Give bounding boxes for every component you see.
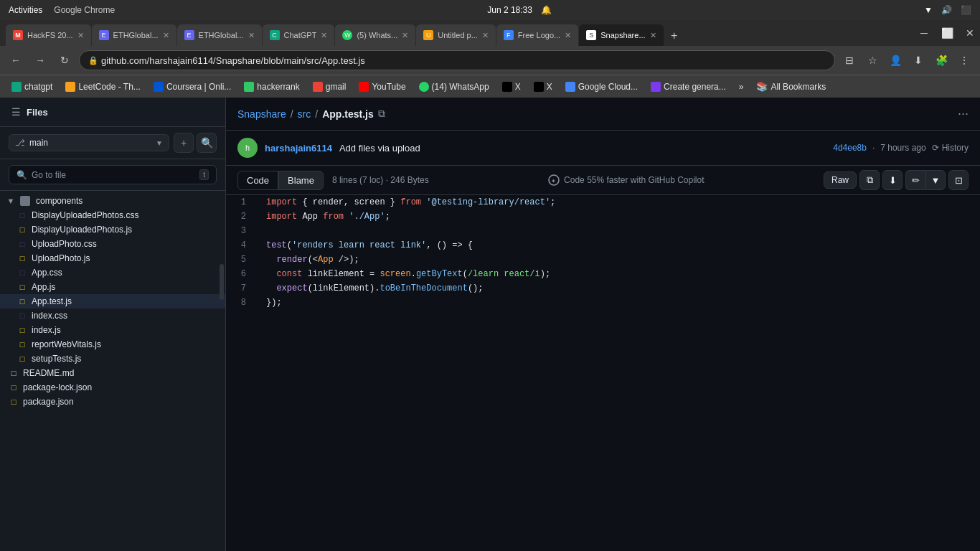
bookmark-leetcode[interactable]: LeetCode - Th... <box>60 78 146 95</box>
bookmark-gcloud[interactable]: Google Cloud... <box>560 78 644 95</box>
breadcrumb-repo[interactable]: Snapshare <box>237 108 286 120</box>
bookmark-chatgpt[interactable]: chatgpt <box>6 78 58 95</box>
tab-snapshare[interactable]: S Snapshare... ✕ <box>579 24 663 46</box>
line-content: const linkElement = screen.getByText(/le… <box>255 267 980 281</box>
file-app-js[interactable]: □ App.js <box>0 280 225 294</box>
activities-label[interactable]: Activities <box>9 5 42 15</box>
tab-chatgpt[interactable]: C ChatGPT ✕ <box>263 24 335 46</box>
main-content: ☰ Files ⎇ main ▼ + 🔍 🔍 Go to file t <box>0 98 980 551</box>
bookmark-youtube-label: YouTube <box>372 82 405 92</box>
tab-untitled[interactable]: U Untitled p... ✕ <box>416 24 496 46</box>
reload-button[interactable]: ↻ <box>55 50 75 70</box>
tab-whatsapp-close[interactable]: ✕ <box>402 31 408 40</box>
file-reportwebvitals-js[interactable]: □ reportWebVitals.js <box>0 337 225 352</box>
profile-icon[interactable]: 👤 <box>885 50 905 70</box>
tab-snapshare-close[interactable]: ✕ <box>650 31 656 40</box>
raw-button[interactable]: Raw <box>824 171 857 189</box>
tab-freelogo[interactable]: F Free Logo... ✕ <box>496 24 578 46</box>
tab-bar-container: M HackFS 20... ✕ E ETHGlobal... ✕ E ETHG… <box>0 20 980 46</box>
code-viewer[interactable]: 1 import { render, screen } from '@testi… <box>226 195 980 551</box>
file-package-json[interactable]: □ package.json <box>0 395 225 409</box>
blame-tab-button[interactable]: Blame <box>278 171 324 190</box>
code-line-5: 5 render(<App />); <box>226 253 980 267</box>
go-to-file-placeholder: Go to file <box>32 170 195 180</box>
sidebar-search: 🔍 Go to file t <box>0 159 225 191</box>
commit-username[interactable]: harshajain6114 <box>265 143 332 154</box>
bookmark-hackerrank[interactable]: hackerrank <box>238 78 305 95</box>
file-displayuploadedphotos-js[interactable]: □ DisplayUploadedPhotos.js <box>0 222 225 237</box>
file-index-css[interactable]: □ index.css <box>0 309 225 323</box>
search-files-button[interactable]: 🔍 <box>197 133 217 153</box>
file-package-lock-json[interactable]: □ package-lock.json <box>0 380 225 395</box>
bookmark-coursera[interactable]: Coursera | Onli... <box>148 78 237 95</box>
maximize-button[interactable]: ⬜ <box>937 23 957 43</box>
file-setuptests-js[interactable]: □ setupTests.js <box>0 352 225 366</box>
tab-untitled-label: Untitled p... <box>438 31 478 39</box>
more-options-button[interactable]: ··· <box>958 106 969 121</box>
tab-untitled-close[interactable]: ✕ <box>482 31 489 40</box>
bookmark-gmail[interactable]: gmail <box>307 78 352 95</box>
line-number: 1 <box>226 195 255 209</box>
search-icon: 🔍 <box>17 170 27 180</box>
copy-button[interactable]: ⧉ <box>859 170 880 190</box>
folder-icon: ▼ <box>6 196 16 206</box>
close-button[interactable]: ✕ <box>960 23 980 43</box>
file-readme-md[interactable]: □ README.md <box>0 366 225 380</box>
cast-icon[interactable]: ⊟ <box>839 50 859 70</box>
add-file-button[interactable]: + <box>174 133 194 153</box>
bookmark-icon[interactable]: ☆ <box>862 50 882 70</box>
address-bar: ← → ↻ 🔒 github.com/harshajain6114/Snapsh… <box>0 46 980 75</box>
folder-components[interactable]: ▼ components <box>0 194 225 208</box>
tab-chatgpt-close[interactable]: ✕ <box>321 31 327 40</box>
js-file-icon: □ <box>17 339 27 349</box>
line-content: render(<App />); <box>255 253 980 267</box>
new-tab-button[interactable]: + <box>664 26 684 46</box>
forward-button[interactable]: → <box>30 50 50 70</box>
line-content: expect(linkElement).toBeInTheDocument(); <box>255 281 980 296</box>
extension-icon[interactable]: 🧩 <box>931 50 951 70</box>
commit-hash[interactable]: 4d4ee8b <box>833 143 867 153</box>
back-button[interactable]: ← <box>6 50 26 70</box>
bookmark-whatsapp[interactable]: (14) WhatsApp <box>413 78 495 95</box>
commit-message: Add files via upload <box>339 143 420 154</box>
avatar: h <box>237 138 258 158</box>
edit-button[interactable]: ✏ <box>905 170 925 190</box>
tab-hackfs-close[interactable]: ✕ <box>77 31 84 40</box>
copy-path-icon[interactable]: ⧉ <box>378 108 385 120</box>
file-displayuploadedphotos-css[interactable]: □ DisplayUploadedPhotos.css <box>0 208 225 222</box>
file-index-js[interactable]: □ index.js <box>0 323 225 337</box>
bookmarks-more-button[interactable]: » <box>733 78 750 95</box>
bookmark-create[interactable]: Create genera... <box>645 78 732 95</box>
edit-more-button[interactable]: ▼ <box>925 170 946 190</box>
bookmark-youtube[interactable]: YouTube <box>353 78 411 95</box>
code-tab-button[interactable]: Code <box>237 171 278 190</box>
tab-ethglobal1-close[interactable]: ✕ <box>163 31 169 40</box>
file-app-css[interactable]: □ App.css <box>0 265 225 280</box>
tab-ethglobal2-close[interactable]: ✕ <box>248 31 255 40</box>
tab-ethglobal1[interactable]: E ETHGlobal... ✕ <box>92 24 176 46</box>
download-icon[interactable]: ⬇ <box>908 50 928 70</box>
menu-icon[interactable]: ⋮ <box>954 50 974 70</box>
breadcrumb-dir[interactable]: src <box>298 108 311 120</box>
file-name: DisplayUploadedPhotos.css <box>32 210 138 220</box>
line-content <box>255 224 980 238</box>
bookmark-x2[interactable]: X <box>528 78 558 95</box>
download-button[interactable]: ⬇ <box>882 170 903 190</box>
go-to-file-input[interactable]: 🔍 Go to file t <box>9 165 217 184</box>
js-file-icon: □ <box>17 253 27 263</box>
bookmark-x1[interactable]: X <box>496 78 527 95</box>
file-uploadphoto-css[interactable]: □ UploadPhoto.css <box>0 237 225 251</box>
branch-selector[interactable]: ⎇ main ▼ <box>9 134 169 151</box>
line-number: 6 <box>226 267 255 281</box>
tab-freelogo-close[interactable]: ✕ <box>565 31 571 40</box>
minimize-button[interactable]: ─ <box>914 23 934 43</box>
history-button[interactable]: ⟳ History <box>932 143 969 153</box>
file-uploadphoto-js[interactable]: □ UploadPhoto.js <box>0 251 225 265</box>
tab-whatsapp[interactable]: W (5) Whats... ✕ <box>335 24 415 46</box>
all-bookmarks-button[interactable]: 📚 All Bookmarks <box>750 78 831 95</box>
fullscreen-button[interactable]: ⊡ <box>948 170 969 190</box>
url-bar[interactable]: 🔒 github.com/harshajain6114/Snapshare/bl… <box>79 50 835 70</box>
file-app-test-js[interactable]: □ App.test.js <box>0 294 225 309</box>
tab-ethglobal2[interactable]: E ETHGlobal... ✕ <box>177 24 262 46</box>
tab-hackfs[interactable]: M HackFS 20... ✕ <box>6 24 91 46</box>
